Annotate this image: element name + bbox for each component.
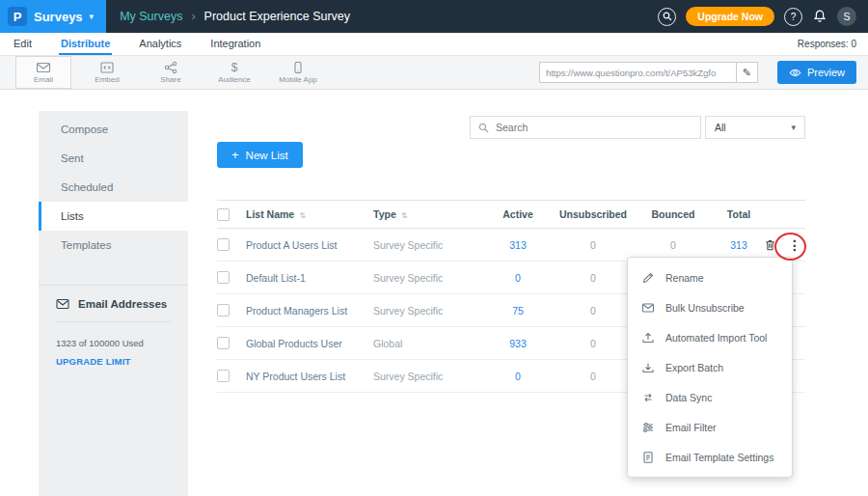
row-checkbox[interactable] — [217, 271, 230, 284]
sort-icon[interactable]: ⇅ — [401, 211, 408, 220]
menu-item-export-batch[interactable]: Export Batch — [628, 352, 792, 382]
email-filter-icon — [641, 421, 655, 434]
channel-share-label: Share — [160, 75, 180, 84]
responses-count: Responses: 0 — [798, 39, 856, 49]
mobile-icon — [290, 61, 306, 74]
channel-share[interactable]: Share — [143, 56, 199, 89]
row-checkbox[interactable] — [217, 337, 230, 349]
active-count[interactable]: 75 — [485, 305, 551, 317]
tab-integration[interactable]: Integration — [208, 33, 262, 55]
channel-mobile-app[interactable]: Mobile App — [270, 56, 326, 89]
sidebar-item-sent[interactable]: Sent — [39, 144, 188, 173]
list-name-link[interactable]: NY Product Users List — [246, 371, 373, 382]
sidebar-item-lists[interactable]: Lists — [39, 202, 188, 231]
topbar-actions: Upgrade Now ? S — [658, 7, 868, 26]
automated-import-icon — [641, 331, 655, 344]
active-count[interactable]: 0 — [485, 371, 551, 382]
edit-url-button[interactable]: ✎ — [737, 62, 758, 83]
menu-item-email-filter[interactable]: Email Filter — [628, 412, 792, 442]
menu-item-rename[interactable]: Rename — [628, 262, 792, 292]
menu-item-label: Export Batch — [665, 362, 723, 373]
channel-mobile-label: Mobile App — [279, 75, 317, 84]
sidebar-item-scheduled[interactable]: Scheduled — [39, 173, 188, 202]
row-context-menu: Rename Bulk Unsubscribe Automated Import… — [627, 257, 793, 478]
help-button[interactable]: ? — [784, 8, 802, 26]
filter-value: All — [715, 122, 726, 133]
delete-list-button[interactable] — [764, 238, 776, 252]
bell-icon — [812, 9, 827, 24]
table-header-row: List Name⇅ Type⇅ Active Unsubscribed Bou… — [217, 200, 805, 229]
sidebar-item-compose[interactable]: Compose — [39, 115, 188, 144]
trash-icon — [764, 238, 776, 252]
select-all-checkbox[interactable] — [217, 208, 230, 221]
menu-item-email-template-settings[interactable]: Email Template Settings — [628, 442, 792, 472]
list-type: Global — [373, 338, 485, 349]
sort-icon[interactable]: ⇅ — [299, 211, 306, 220]
header-total: Total — [711, 208, 767, 220]
data-sync-icon — [641, 391, 655, 404]
email-addresses-section: Email Addresses 1323 of 100000 Used UPGR… — [39, 285, 188, 367]
tab-edit[interactable]: Edit — [12, 33, 34, 55]
list-name-link[interactable]: Product Managers List — [246, 305, 373, 317]
top-bar: P Surveys ▾ My Surveys › Product Experie… — [0, 0, 868, 33]
header-type[interactable]: Type⇅ — [373, 208, 485, 220]
surveys-menu-button[interactable]: P Surveys ▾ — [0, 0, 106, 33]
menu-item-label: Rename — [665, 272, 704, 284]
list-type: Survey Specific — [373, 305, 485, 317]
search-icon — [478, 123, 489, 133]
survey-url-group: ✎ — [539, 62, 758, 83]
menu-item-bulk-unsubscribe[interactable]: Bulk Unsubscribe — [628, 292, 792, 322]
row-menu-button[interactable]: ⋮ — [784, 238, 805, 252]
menu-item-data-sync[interactable]: Data Sync — [628, 382, 792, 412]
notifications-button[interactable] — [812, 9, 827, 24]
chevron-down-icon: ▾ — [90, 12, 95, 21]
active-count[interactable]: 0 — [485, 272, 551, 284]
audience-dollar-icon: $ — [231, 61, 238, 74]
search-icon — [663, 12, 672, 21]
tab-distribute[interactable]: Distribute — [59, 33, 112, 55]
list-name-link[interactable]: Default List-1 — [246, 272, 373, 284]
total-count[interactable]: 313 — [711, 239, 767, 251]
export-batch-icon — [641, 361, 655, 374]
header-list-name[interactable]: List Name⇅ — [246, 208, 373, 220]
page: P Surveys ▾ My Surveys › Product Experie… — [0, 0, 868, 496]
active-count[interactable]: 933 — [485, 338, 551, 349]
preview-button[interactable]: Preview — [777, 61, 856, 84]
tab-analytics[interactable]: Analytics — [137, 33, 183, 55]
product-name: Surveys — [34, 10, 83, 24]
row-checkbox[interactable] — [217, 304, 230, 317]
channel-email[interactable]: Email — [15, 56, 71, 89]
breadcrumb-my-surveys[interactable]: My Surveys — [120, 10, 182, 23]
sidebar-item-templates[interactable]: Templates — [39, 231, 188, 260]
row-checkbox[interactable] — [217, 238, 230, 251]
sidebar-items: Compose Sent Scheduled Lists Templates — [39, 111, 188, 260]
list-type: Survey Specific — [373, 239, 485, 251]
channel-audience-label: Audience — [218, 75, 250, 84]
list-search-input[interactable] — [496, 122, 692, 133]
survey-tabs: Edit Distribute Analytics Integration — [12, 33, 262, 55]
upgrade-limit-link[interactable]: UPGRADE LIMIT — [56, 356, 171, 367]
row-checkbox[interactable] — [217, 370, 230, 382]
menu-item-label: Automated Import Tool — [665, 332, 767, 344]
new-list-button[interactable]: + New List — [217, 142, 303, 168]
breadcrumb: My Surveys › Product Experience Survey — [120, 10, 350, 23]
upgrade-now-button[interactable]: Upgrade Now — [686, 7, 774, 26]
email-usage-text: 1323 of 100000 Used — [56, 338, 171, 348]
menu-item-automated-import-tool[interactable]: Automated Import Tool — [628, 322, 792, 352]
menu-item-label: Email Template Settings — [665, 452, 773, 463]
user-avatar[interactable]: S — [837, 7, 856, 26]
menu-item-label: Data Sync — [665, 392, 712, 403]
channel-embed-label: Embed — [95, 75, 119, 84]
channel-embed[interactable]: Embed — [79, 56, 135, 89]
plus-icon: + — [231, 148, 239, 162]
email-addresses-title: Email Addresses — [78, 298, 167, 310]
list-name-link[interactable]: Global Products User — [246, 338, 373, 349]
active-count[interactable]: 313 — [485, 239, 551, 251]
search-button[interactable] — [658, 8, 676, 26]
list-name-link[interactable]: Product A Users List — [246, 239, 373, 251]
preview-label: Preview — [807, 67, 845, 78]
list-filter-dropdown[interactable]: All ▾ — [705, 116, 805, 139]
channel-audience[interactable]: $ Audience — [206, 56, 262, 89]
email-sidebar: Compose Sent Scheduled Lists Templates E… — [39, 111, 188, 496]
survey-url-input[interactable] — [539, 62, 737, 83]
